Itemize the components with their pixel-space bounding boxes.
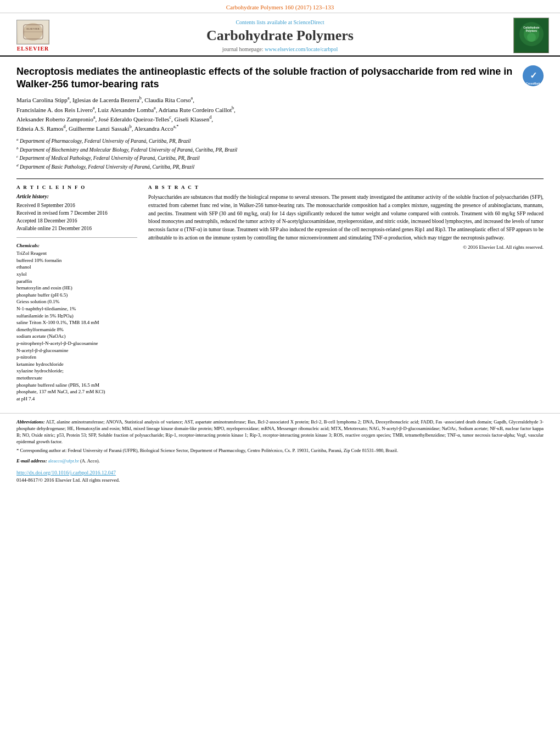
chemicals-items: TriZol Reagent buffered 10% formalin eth… — [16, 250, 137, 402]
elsevier-logo: ELSEVIER ELSEVIER — [11, 20, 55, 52]
abstract-text: Polysaccharides are substances that modi… — [148, 193, 544, 242]
contents-link: Contents lists available at ScienceDirec… — [55, 19, 505, 25]
elsevier-text: ELSEVIER — [17, 46, 49, 52]
author-list: Maria Carolina Stippa, Iglesias de Lacer… — [16, 97, 236, 131]
affiliation-b: Department of Biochemistry and Molecular… — [20, 147, 237, 153]
page: Carbohydrate Polymers 160 (2017) 123–133… — [0, 0, 560, 742]
bottom-section: Abbreviations: ALT, alanine aminotransfe… — [0, 413, 560, 488]
authors: Maria Carolina Stippa, Iglesias de Lacer… — [16, 96, 544, 133]
journal-logo-box: Carbohydrate Polymers — [513, 18, 549, 53]
history-label: Article history: — [16, 193, 137, 200]
article-history: Article history: Received 8 September 20… — [16, 193, 137, 232]
svg-text:CrossMark: CrossMark — [526, 82, 540, 85]
top-bar: Carbohydrate Polymers 160 (2017) 123–133 — [0, 0, 560, 13]
two-column-section: A R T I C L E I N F O Article history: R… — [16, 178, 544, 402]
chemicals-label: Chemicals: — [16, 242, 137, 249]
email-link[interactable]: aleacco@ufpr.br — [48, 458, 79, 464]
abbreviations-label: Abbreviations: — [16, 419, 44, 425]
svg-point-10 — [527, 33, 536, 42]
doi-link[interactable]: http://dx.doi.org/10.1016/j.carbpol.2016… — [16, 470, 544, 476]
doi-text: Carbohydrate Polymers 160 (2017) 123–133 — [226, 4, 334, 10]
email-info: E-mail address: aleacco@ufpr.br (A. Acco… — [16, 458, 544, 465]
svg-text:Polymers: Polymers — [525, 30, 537, 32]
svg-text:✓: ✓ — [530, 71, 537, 80]
sciencedirect-link[interactable]: ScienceDirect — [293, 19, 324, 25]
article-info-heading: A R T I C L E I N F O — [16, 185, 137, 190]
affiliation-c: Department of Medical Pathology, Federal… — [19, 155, 199, 161]
journal-homepage: journal homepage: www.elsevier.com/locat… — [55, 46, 505, 52]
crossmark-icon[interactable]: ✓ CrossMark — [523, 65, 544, 86]
accepted-date: Accepted 18 December 2016 — [16, 217, 137, 225]
star-note: * Corresponding author at: Federal Unive… — [16, 448, 398, 453]
svg-text:ELSEVIER: ELSEVIER — [26, 27, 40, 30]
header-center: Contents lists available at ScienceDirec… — [55, 19, 505, 52]
article-section: Necroptosis mediates the antineoplastic … — [0, 57, 560, 408]
abstract-heading: A B S T R A C T — [148, 185, 544, 190]
article-title-row: Necroptosis mediates the antineoplastic … — [16, 65, 544, 91]
elsevier-logo-image: ELSEVIER — [16, 20, 49, 44]
affiliation-a: Department of Pharmacology, Federal Univ… — [20, 139, 191, 144]
corresponding-note: * Corresponding author at: Federal Unive… — [16, 448, 544, 454]
journal-logo-text: Carbohydrate Polymers — [515, 19, 548, 52]
abstract-paragraph: Polysaccharides are substances that modi… — [148, 193, 544, 242]
affiliation-d: Department of Basic Pathology, Federal U… — [20, 164, 194, 170]
journal-title: Carbohydrate Polymers — [55, 27, 505, 44]
copyright-line: © 2016 Elsevier Ltd. All rights reserved… — [148, 244, 544, 250]
revised-date: Received in revised form 7 December 2016 — [16, 210, 137, 217]
divider-1 — [16, 237, 137, 238]
abbreviations-section: Abbreviations: ALT, alanine aminotransfe… — [16, 419, 544, 445]
received-date: Received 8 September 2016 — [16, 202, 137, 209]
article-title: Necroptosis mediates the antineoplastic … — [16, 65, 517, 91]
header-area: ELSEVIER ELSEVIER Contents lists availab… — [0, 13, 560, 57]
abbreviations-text: ALT, alanine aminotransferase; ANOVA, St… — [16, 419, 544, 444]
homepage-url[interactable]: www.elsevier.com/locate/carbpol — [265, 46, 338, 52]
svg-text:Carbohydrate: Carbohydrate — [523, 26, 540, 29]
rights-line: 0144-8617/© 2016 Elsevier Ltd. All right… — [16, 477, 544, 483]
email-label: E-mail address: — [16, 458, 47, 464]
available-date: Available online 21 December 2016 — [16, 225, 137, 232]
journal-logo-area: Carbohydrate Polymers — [505, 18, 549, 53]
email-note: (A. Acco). — [80, 458, 100, 464]
left-column: A R T I C L E I N F O Article history: R… — [16, 185, 137, 402]
chemicals-section: Chemicals: TriZol Reagent buffered 10% f… — [16, 242, 137, 403]
right-column: A B S T R A C T Polysaccharides are subs… — [148, 185, 544, 402]
crossmark-logo[interactable]: ✓ CrossMark — [523, 65, 544, 86]
affiliations: a Department of Pharmacology, Federal Un… — [16, 137, 544, 171]
